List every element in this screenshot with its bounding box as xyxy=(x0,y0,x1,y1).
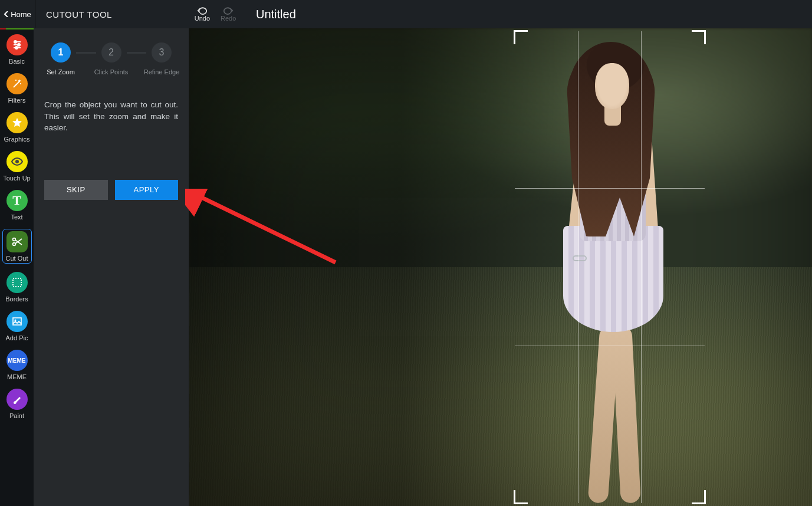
meme-icon: MEME xyxy=(6,350,28,371)
rail-label: Filters xyxy=(8,97,26,104)
rail-label: Paint xyxy=(9,412,24,419)
skip-button[interactable]: SKIP xyxy=(44,180,108,200)
eye-icon xyxy=(6,151,28,172)
crop-selection[interactable] xyxy=(515,31,705,503)
svg-rect-7 xyxy=(13,318,21,325)
crop-handle-br[interactable] xyxy=(692,490,706,504)
home-label: Home xyxy=(11,10,31,19)
redo-label: Redo xyxy=(221,15,236,22)
redo-icon xyxy=(223,6,234,15)
document-title[interactable]: Untitled xyxy=(242,0,812,28)
home-button[interactable]: Home xyxy=(0,0,35,28)
rail-item-text[interactable]: T Text xyxy=(2,190,32,221)
canvas-image xyxy=(189,28,812,506)
instructions-text: Crop the object you want to cut out. Thi… xyxy=(44,99,178,134)
rail-item-paint[interactable]: Paint xyxy=(2,389,32,419)
rail-label: Text xyxy=(11,213,22,221)
border-icon xyxy=(6,272,28,293)
svg-rect-6 xyxy=(13,278,21,287)
rail-item-cutout[interactable]: Cut Out xyxy=(2,229,32,264)
step-refine-edge[interactable]: 3 Refine Edge xyxy=(145,42,178,75)
step-label: Refine Edge xyxy=(144,68,180,75)
rail-item-graphics[interactable]: Graphics xyxy=(2,112,32,143)
crop-handle-tr[interactable] xyxy=(692,30,706,44)
action-buttons: SKIP APPLY xyxy=(44,180,178,200)
rail-item-addpic[interactable]: Add Pic xyxy=(2,311,32,341)
rail-item-meme[interactable]: MEME MEME xyxy=(2,350,32,380)
step-number: 2 xyxy=(101,42,121,63)
undo-redo-group: Undo Redo xyxy=(189,0,242,28)
picture-icon xyxy=(6,311,28,332)
panel-title: CUTOUT TOOL xyxy=(35,0,189,28)
rail-item-basic[interactable]: Basic xyxy=(2,34,32,65)
chevron-left-icon xyxy=(4,11,9,17)
undo-button[interactable]: Undo xyxy=(195,6,210,22)
step-set-zoom[interactable]: 1 Set Zoom xyxy=(44,42,77,75)
editor-canvas[interactable] xyxy=(189,28,812,506)
undo-label: Undo xyxy=(195,15,210,22)
text-icon: T xyxy=(6,190,28,211)
rail-label: Graphics xyxy=(4,136,29,143)
wizard-steps: 1 Set Zoom 2 Click Points 3 Refine Edge xyxy=(44,42,178,75)
step-number: 1 xyxy=(51,42,71,63)
rail-label: Basic xyxy=(9,58,25,65)
apply-button[interactable]: APPLY xyxy=(115,180,179,200)
crop-handle-tl[interactable] xyxy=(514,30,528,44)
step-click-points[interactable]: 2 Click Points xyxy=(95,42,128,75)
rail-item-filters[interactable]: Filters xyxy=(2,73,32,104)
rail-label: Add Pic xyxy=(6,334,28,341)
crop-handle-bl[interactable] xyxy=(514,490,528,504)
brush-icon xyxy=(6,389,28,410)
step-connector xyxy=(127,52,147,54)
rail-label: MEME xyxy=(7,373,27,380)
step-connector xyxy=(76,52,96,54)
rail-item-borders[interactable]: Borders xyxy=(2,272,32,303)
rail-item-touchup[interactable]: Touch Up xyxy=(2,151,32,182)
svg-point-0 xyxy=(14,41,17,43)
svg-point-3 xyxy=(15,160,19,163)
tool-rail: Basic Filters Graphics Touch Up T Text C… xyxy=(0,28,34,506)
step-label: Click Points xyxy=(94,68,128,75)
svg-point-2 xyxy=(15,47,18,49)
subject-illustration xyxy=(543,31,679,503)
redo-button[interactable]: Redo xyxy=(221,6,236,22)
step-label: Set Zoom xyxy=(47,68,75,75)
star-icon xyxy=(6,112,28,133)
top-bar: Home CUTOUT TOOL Undo Redo Untitled xyxy=(0,0,812,28)
rail-label: Borders xyxy=(5,295,28,303)
rail-label: Touch Up xyxy=(3,175,30,182)
cutout-panel: 1 Set Zoom 2 Click Points 3 Refine Edge … xyxy=(34,28,189,506)
undo-icon xyxy=(197,6,208,15)
rail-label: Cut Out xyxy=(6,255,28,262)
sliders-icon xyxy=(6,34,28,55)
scissors-icon xyxy=(6,231,28,252)
step-number: 3 xyxy=(152,42,172,63)
svg-point-1 xyxy=(18,44,20,46)
wand-icon xyxy=(6,73,28,94)
